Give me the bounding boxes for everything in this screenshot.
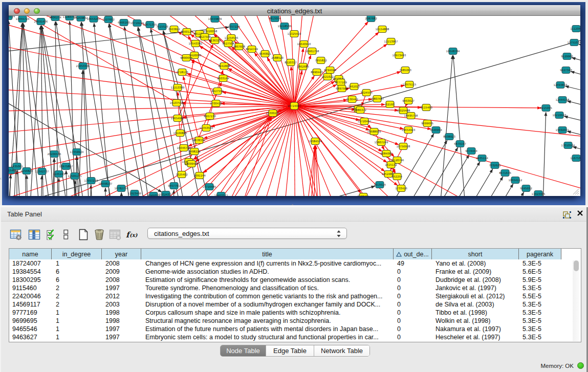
column-header-name[interactable]: name [9,249,52,259]
delete-table-icon [109,229,121,240]
table-cell: 5.5E-5 [522,293,560,300]
citation-edge-red [9,16,292,104]
collapse-left-handle-icon[interactable]: ‹ [0,176,2,181]
column-header-title[interactable]: title [141,249,394,259]
node-label: 7955822 [315,59,327,62]
table-cell: Franke et al. (2009) [435,268,518,275]
node-label: 16107553 [170,101,184,104]
node-label: 1733426 [395,187,407,190]
column-header-pagerank[interactable]: pagerank [519,249,561,259]
node-label: 10958107 [99,182,113,185]
network-window[interactable]: citations_edges.txt 20355124140557242069… [9,5,580,196]
node-label: 9115460 [420,106,432,109]
node-label: 10653267 [87,17,101,20]
network-canvas[interactable]: 2035512414055724206914069806274112837491… [9,16,580,196]
table-row[interactable]: 1456911722003Disruption of a novel membe… [9,301,561,309]
node-label: 16640910 [297,42,312,46]
tab-edge-table[interactable]: Edge Table [266,345,314,356]
node-label: 19218506 [278,25,292,28]
node-label: 10025488 [397,109,411,112]
table-cell: 1997 [105,285,140,292]
table-cell: Embryonic stem cells: a model to study s… [145,334,393,341]
table-row[interactable]: 946362711997Embryonic stem cells: a mode… [9,334,561,342]
citation-edge-black [542,112,546,196]
delete-table-button[interactable] [108,228,122,241]
node-label: 1640954 [430,128,442,132]
node-label: 1167533 [570,157,580,160]
table-cell: 5.3E-5 [522,325,560,333]
table-row[interactable]: 969969511998Structural magnetic resonanc… [9,317,561,325]
show-columns-button[interactable] [28,228,41,241]
table-cell: 2 [56,293,101,300]
table-scrollbar-thumb[interactable] [574,260,579,271]
column-header-label: year [115,251,127,258]
table-cell: 18300295 [12,276,51,283]
node-label: 15807249 [375,141,388,144]
resize-grip-icon[interactable] [573,188,579,195]
table-cell: 2012 [105,293,140,300]
table-cell: Tourette syndrome. Phenomenology and cla… [145,285,393,292]
node-label: 16033809 [208,17,222,20]
citation-edge-red [295,109,580,196]
tab-node-table[interactable]: Node Table [221,345,266,356]
unselect-all-button[interactable] [59,228,73,241]
node-label: 8136323 [209,39,221,42]
table-selector-dropdown[interactable]: citations_edges.txt [147,228,347,239]
new-column-button[interactable] [77,228,90,241]
table-cell: 9777169 [12,309,51,316]
table-scrollbar[interactable] [573,260,579,341]
node-table: namein_degreeyeartitleout_de...shortpage… [9,248,581,342]
network-window-titlebar[interactable]: citations_edges.txt [9,5,580,16]
column-header-short[interactable]: short [432,249,519,259]
close-panel-icon[interactable] [577,210,583,216]
citation-edge-red [296,108,580,196]
node-label: 62160 [386,103,395,106]
citation-network-graph[interactable]: 2035512414055724206914069806274112837491… [9,16,580,196]
citation-edge-black [401,140,447,196]
citation-edge-black [27,175,30,196]
node-label: 8660124 [181,30,193,33]
node-label: 16154808 [376,28,390,31]
table-cell: 6 [56,276,101,283]
table-cell: 2008 [105,260,140,267]
column-header-in_degree[interactable]: in_degree [52,249,102,259]
column-header-out_de[interactable]: out_de... [394,249,432,259]
show-columns-icon [28,229,40,240]
node-label: 19654923 [402,128,416,132]
table-row[interactable]: 1830029562008Estimation of significance … [9,276,561,285]
function-builder-button[interactable]: f (x) [125,228,139,241]
citation-edge-black [55,21,61,196]
node-label: 8215955 [540,106,552,110]
table-settings-button[interactable] [9,228,23,241]
float-panel-icon[interactable] [563,211,572,219]
column-header-year[interactable]: year [102,249,141,259]
citation-edge-black [477,192,524,196]
node-label: 18099468 [185,162,199,165]
tab-network-table[interactable]: Network Table [314,345,369,356]
node-label: 20355124 [9,16,15,18]
table-row[interactable]: 911546021997Tourette syndrome. Phenomeno… [9,285,561,293]
node-label: 9227343 [560,69,572,72]
memory-status-indicator[interactable] [577,362,584,369]
table-row[interactable]: 1938455462009Genome-wide association stu… [9,268,561,276]
table-cell: 0 [397,276,431,283]
node-label: 25300215 [266,112,280,115]
node-label: 18495758 [404,114,419,117]
node-label: 9245033 [147,194,160,196]
table-row[interactable]: 2242004622012Investigating the contribut… [9,293,561,301]
node-label: 6897568 [336,87,348,90]
node-label: 9699695 [421,122,433,125]
table-cell: 1998 [105,317,140,324]
delete-column-button[interactable] [93,228,106,241]
node-label: 17359924 [70,150,84,154]
table-cell: 2008 [105,276,140,283]
select-all-button[interactable] [45,228,58,241]
node-label: 1862685 [297,65,309,68]
node-label: 10671355 [143,23,157,26]
table-row[interactable]: 1872400712008Changes of HCN gene express… [9,260,561,268]
table-cell: 2009 [105,268,140,275]
node-label: 16263842 [74,16,88,19]
table-row[interactable]: 946554611997Estimation of the future num… [9,325,561,334]
table-cell: 1 [56,325,101,333]
table-row[interactable]: 977716911998Corpus callosum shape and si… [9,309,561,317]
